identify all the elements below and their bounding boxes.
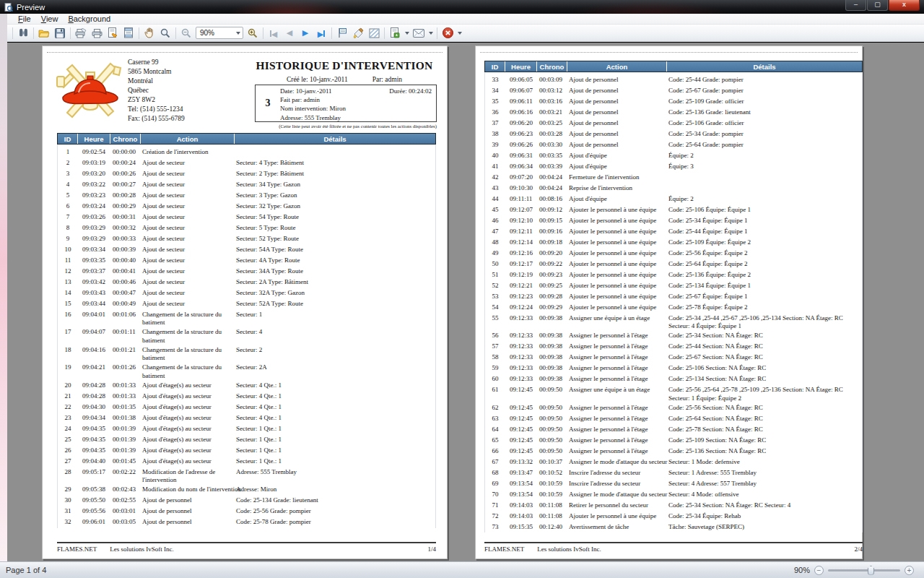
zoom-combobox[interactable]: 90% bbox=[196, 27, 243, 39]
menu-background[interactable]: Background bbox=[63, 14, 116, 23]
cell-id: 45 bbox=[485, 204, 505, 214]
footer-page-number: 1/4 bbox=[427, 545, 436, 553]
background-color-button[interactable] bbox=[350, 26, 366, 40]
cell-chrono: 00:09:38 bbox=[537, 313, 567, 322]
cell-id: 18 bbox=[58, 345, 78, 354]
preview-work-area[interactable]: Caserne 99 5865 Montcalm Montréal Québec… bbox=[7, 43, 924, 561]
export-button[interactable] bbox=[387, 26, 403, 40]
table-row: 2109:04:2800:01:33Ajout d'étage(s) au se… bbox=[58, 391, 435, 402]
table-row: 3809:06:2300:03:28Ajout de personnelCode… bbox=[485, 129, 862, 139]
cell-chrono: 00:00:29 bbox=[110, 201, 141, 210]
email-dropdown-button[interactable] bbox=[427, 26, 435, 40]
page-setup-button[interactable] bbox=[105, 26, 121, 40]
cell-details: Code: 25-34 Grade: pompier bbox=[667, 129, 862, 138]
cell-id: 30 bbox=[58, 496, 78, 505]
cell-details: Secteur: 1 Qte.: 1 bbox=[235, 423, 435, 433]
station-postal: Z5Y 8W2 bbox=[128, 95, 185, 105]
cell-heure: 09:12:33 bbox=[505, 313, 537, 322]
maximize-button[interactable]: ▢ bbox=[867, 0, 888, 11]
export-dropdown-button[interactable] bbox=[403, 26, 411, 40]
cell-id: 9 bbox=[58, 233, 78, 243]
cell-chrono: 00:00:41 bbox=[110, 266, 141, 275]
menu-view[interactable]: View bbox=[36, 14, 64, 23]
previous-page-button[interactable]: ◀ bbox=[282, 26, 297, 40]
status-zoom-value: 90% bbox=[794, 566, 810, 574]
zoom-slider-thumb[interactable] bbox=[868, 566, 874, 575]
quick-print-button[interactable] bbox=[89, 26, 105, 40]
email-icon bbox=[413, 29, 424, 38]
column-header-heure: Heure bbox=[505, 61, 537, 72]
next-page-button[interactable]: ▶ bbox=[297, 26, 313, 40]
cell-chrono: 00:03:05 bbox=[110, 517, 141, 527]
cell-id: 26 bbox=[58, 445, 78, 454]
cell-action: Reprise de l'intervention bbox=[567, 183, 667, 192]
cell-details: Code: 25-44 Grade: pompier bbox=[667, 74, 862, 84]
minimize-button[interactable]: – bbox=[845, 0, 866, 11]
zoom-out-button[interactable] bbox=[178, 26, 194, 40]
cell-id: 38 bbox=[485, 129, 505, 138]
table-row: 5209:12:2100:09:25Ajouter le personnel à… bbox=[485, 280, 862, 291]
multiple-pages-button[interactable] bbox=[334, 26, 350, 40]
cell-chrono: 00:03:16 bbox=[537, 96, 567, 105]
table-row: 5509:12:3300:09:38Assigner une équipe à … bbox=[485, 313, 862, 331]
send-email-button[interactable] bbox=[411, 26, 427, 40]
cell-action: Ajout d'étage(s) au secteur bbox=[141, 402, 235, 411]
toolbar-separator bbox=[139, 27, 139, 39]
table-header: ID Heure Chrono Action Détails bbox=[57, 133, 436, 144]
cell-action: Création de l'intervention bbox=[141, 147, 235, 156]
toolbar-separator bbox=[175, 27, 176, 39]
cell-action: Inscrire l'adresse du secteur bbox=[567, 478, 667, 488]
cell-heure: 09:12:45 bbox=[505, 402, 537, 412]
close-window-button[interactable]: x bbox=[889, 0, 920, 11]
toolbar-overflow-button[interactable] bbox=[456, 26, 463, 40]
print-button[interactable] bbox=[73, 26, 89, 40]
table-row: 1809:04:1600:01:21Changement de la struc… bbox=[58, 345, 435, 363]
cell-id: 58 bbox=[485, 353, 505, 362]
zoom-out-slider-button[interactable]: − bbox=[814, 566, 824, 575]
cell-id: 72 bbox=[485, 511, 505, 520]
zoom-in-button[interactable] bbox=[245, 26, 261, 40]
table-row: 4409:11:1100:08:16Ajout d'équipeÉquipe: … bbox=[485, 194, 862, 204]
zoom-in-slider-button[interactable]: + bbox=[905, 566, 914, 575]
cell-heure: 09:14:03 bbox=[505, 511, 537, 520]
open-button[interactable] bbox=[36, 26, 52, 40]
cell-id: 39 bbox=[485, 139, 505, 149]
cell-heure: 09:05:50 bbox=[78, 496, 110, 505]
last-page-button[interactable]: ▶ bbox=[313, 26, 329, 40]
cell-chrono: 00:09:23 bbox=[537, 269, 567, 279]
zoom-dropdown-button[interactable] bbox=[233, 27, 243, 38]
hand-tool-button[interactable] bbox=[141, 26, 157, 40]
cell-action: Ajout de personnel bbox=[567, 139, 667, 149]
page2-footer: FLAMES.NET Les solutions IvSoft Inc. 2/4 bbox=[484, 542, 863, 553]
cell-chrono: 00:09:50 bbox=[537, 385, 567, 394]
close-preview-button[interactable] bbox=[440, 26, 456, 40]
cell-details: Secteur: 3 Type: Gazon bbox=[235, 190, 435, 199]
find-button[interactable] bbox=[15, 26, 31, 40]
watermark-button[interactable] bbox=[366, 26, 382, 40]
table-row: 3709:06:2000:03:25Ajout de personnelCode… bbox=[485, 118, 862, 129]
table-row: 4309:10:3000:04:24Reprise de l'intervent… bbox=[485, 183, 862, 194]
cell-heure: 09:12:14 bbox=[505, 237, 537, 246]
cell-heure: 09:12:45 bbox=[505, 424, 537, 434]
save-button[interactable] bbox=[52, 26, 68, 40]
cell-action: Ajout de secteur bbox=[141, 233, 235, 243]
cell-details bbox=[235, 147, 435, 148]
menu-file[interactable]: File bbox=[13, 14, 36, 23]
table-row: 2009:04:2800:01:33Ajout d'étage(s) au se… bbox=[58, 380, 435, 391]
zoom-slider[interactable] bbox=[828, 569, 900, 571]
cell-action: Assigner le mode d'attaque du secteur bbox=[567, 457, 667, 466]
cell-chrono: 00:00:32 bbox=[110, 223, 141, 232]
export-icon bbox=[390, 27, 400, 38]
first-page-button[interactable]: ◀ bbox=[266, 26, 282, 40]
cell-details: Code: 25-67 Section: NA Étage: RC bbox=[667, 353, 862, 362]
header-footer-button[interactable] bbox=[121, 26, 136, 40]
cell-chrono: 00:10:52 bbox=[537, 467, 567, 477]
cell-id: 31 bbox=[58, 506, 78, 516]
cell-action: Ajout d'étage(s) au secteur bbox=[141, 445, 235, 454]
magnifier-button[interactable] bbox=[157, 26, 173, 40]
cell-chrono: 00:01:39 bbox=[110, 445, 141, 454]
cell-id: 50 bbox=[485, 259, 505, 268]
table-row: 4109:06:3400:03:39Ajout d'équipeÉquipe: … bbox=[485, 161, 862, 172]
cell-details: Code: 25-109 Grade: officier bbox=[667, 96, 862, 105]
footer-company: Les solutions IvSoft Inc. bbox=[110, 545, 174, 553]
